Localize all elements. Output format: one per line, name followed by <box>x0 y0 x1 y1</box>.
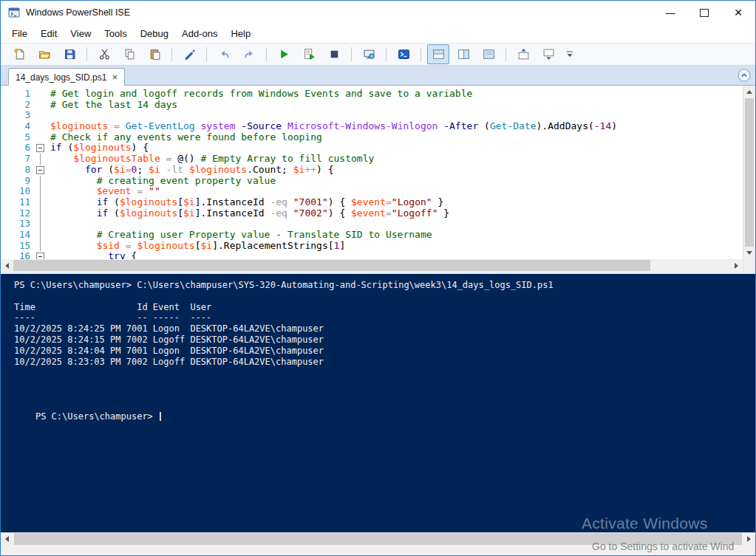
tab-close-icon[interactable]: × <box>112 72 118 82</box>
toolbar <box>1 43 755 66</box>
scroll-right-arrow[interactable] <box>743 532 755 545</box>
code-text <box>46 219 743 230</box>
run-script-button[interactable] <box>273 44 295 64</box>
redo-button[interactable] <box>238 44 260 64</box>
line-number: 16 <box>1 251 35 259</box>
scroll-left-arrow[interactable] <box>1 532 13 545</box>
menu-item-edit[interactable]: Edit <box>34 26 64 41</box>
code-line: 6if ($loginouts) { <box>1 143 743 154</box>
code-text: # Get the last 14 days <box>46 100 743 111</box>
line-number: 1 <box>1 89 35 100</box>
triangle-up-icon <box>746 90 752 94</box>
close-button[interactable]: × <box>721 1 755 24</box>
fold-gutter <box>35 121 46 132</box>
show-script-pane-right-button[interactable] <box>452 44 474 64</box>
code-line: 8 for ($i=0; $i -lt $loginouts.Count; $i… <box>1 165 743 176</box>
console-line <box>14 367 755 378</box>
toolbar-separator <box>206 47 207 61</box>
line-number: 12 <box>1 208 35 219</box>
cut-button[interactable] <box>93 44 115 64</box>
menu-item-view[interactable]: View <box>64 26 98 41</box>
line-number: 15 <box>1 241 35 252</box>
line-number: 14 <box>1 230 35 241</box>
fold-line <box>40 197 41 208</box>
copy-button[interactable] <box>118 44 140 64</box>
chevron-up-icon <box>738 69 751 82</box>
scroll-left-arrow[interactable] <box>1 259 13 272</box>
menu-item-tools[interactable]: Tools <box>98 26 133 41</box>
maximize-button[interactable] <box>687 1 721 24</box>
editor-horizontal-scrollbar[interactable] <box>1 259 755 272</box>
open-folder-icon <box>38 48 51 61</box>
triangle-left-icon <box>5 263 9 269</box>
fold-gutter <box>35 208 46 219</box>
fold-gutter <box>35 132 46 143</box>
code-line: 3 <box>1 110 743 121</box>
run-selection-button[interactable] <box>298 44 320 64</box>
fold-collapse-icon[interactable] <box>36 144 44 152</box>
paste-icon <box>149 48 161 61</box>
console-prompt-line[interactable]: PS C:\Users\champuser> <box>14 400 755 433</box>
editor-vscroll-thumb[interactable] <box>745 98 754 247</box>
script-pane-up-button[interactable] <box>512 44 534 64</box>
console-pane[interactable]: PS C:\Users\champuser> C:\Users\champuse… <box>1 274 755 532</box>
menu-item-debug[interactable]: Debug <box>134 26 175 41</box>
pane-collapse-button[interactable] <box>738 69 751 85</box>
console-output: PS C:\Users\champuser> C:\Users\champuse… <box>14 280 755 400</box>
title-bar[interactable]: Windows PowerShell ISE — × <box>1 1 755 24</box>
line-number: 3 <box>1 110 35 121</box>
editor-vertical-scrollbar[interactable] <box>743 86 755 259</box>
window-controls: — × <box>653 1 755 24</box>
fold-gutter <box>35 197 46 208</box>
scroll-down-arrow[interactable] <box>743 247 755 259</box>
start-powershell-button[interactable] <box>392 44 415 64</box>
new-remote-powershell-tab-button[interactable] <box>358 44 380 64</box>
script-editor-pane[interactable]: 1# Get login and logoff records from Win… <box>1 86 755 259</box>
triangle-left-icon <box>5 536 9 542</box>
paste-button[interactable] <box>143 44 166 64</box>
show-script-pane-maximized-button[interactable] <box>477 44 500 64</box>
console-prompt: PS C:\Users\champuser> <box>35 411 158 422</box>
menu-item-help[interactable]: Help <box>224 26 257 41</box>
fold-line <box>40 241 41 252</box>
fold-gutter <box>35 176 46 187</box>
tab-14-days-logs-sid[interactable]: 14_days_logs_SID.ps1 × <box>8 68 125 86</box>
code-line: 7 $loginoutsTable = @() # Empty Array to… <box>1 154 743 165</box>
stop-operation-button[interactable] <box>323 44 345 64</box>
code-text: # Get login and logoff records from Wind… <box>46 89 743 100</box>
line-number: 8 <box>1 165 35 176</box>
open-script-button[interactable] <box>33 44 55 64</box>
clear-console-pane-button[interactable] <box>178 44 200 64</box>
undo-button[interactable] <box>213 44 235 64</box>
code-text: $loginouts = Get-EventLog system -Source… <box>46 121 743 132</box>
editor-lines[interactable]: 1# Get login and logoff records from Win… <box>1 86 743 259</box>
run-selection-icon <box>303 48 316 61</box>
scroll-right-arrow[interactable] <box>730 259 743 272</box>
menu-item-add-ons[interactable]: Add-ons <box>175 26 224 41</box>
minimize-icon: — <box>666 7 675 18</box>
console-line: PS C:\Users\champuser> C:\Users\champuse… <box>14 280 755 291</box>
console-line <box>14 291 755 302</box>
menu-item-file[interactable]: File <box>5 26 34 41</box>
scroll-up-arrow[interactable] <box>743 86 755 98</box>
code-line: 9 # creating event property value <box>1 176 743 187</box>
code-text: if ($loginouts[$i].InstanceId -eq "7002"… <box>46 208 743 219</box>
new-script-button[interactable] <box>8 44 30 64</box>
fold-collapse-icon[interactable] <box>36 253 44 259</box>
toolbar-separator <box>171 47 172 61</box>
show-script-pane-top-button[interactable] <box>427 44 449 64</box>
toolbar-overflow-button[interactable] <box>564 45 576 64</box>
fold-collapse-icon[interactable] <box>36 166 44 174</box>
code-text: $sid = $loginouts[$i].ReplacementStrings… <box>46 241 743 252</box>
app-icon <box>8 7 20 18</box>
line-number: 9 <box>1 176 35 187</box>
editor-hscroll-thumb[interactable] <box>13 260 650 271</box>
fold-gutter <box>35 230 46 241</box>
save-button[interactable] <box>58 44 81 64</box>
minimize-button[interactable]: — <box>653 1 687 24</box>
script-pane-maximized-icon <box>483 48 495 61</box>
toolbar-separator <box>386 47 386 61</box>
toolbar-separator <box>505 47 506 61</box>
fold-gutter <box>35 186 46 197</box>
script-pane-down-button[interactable] <box>537 44 559 64</box>
